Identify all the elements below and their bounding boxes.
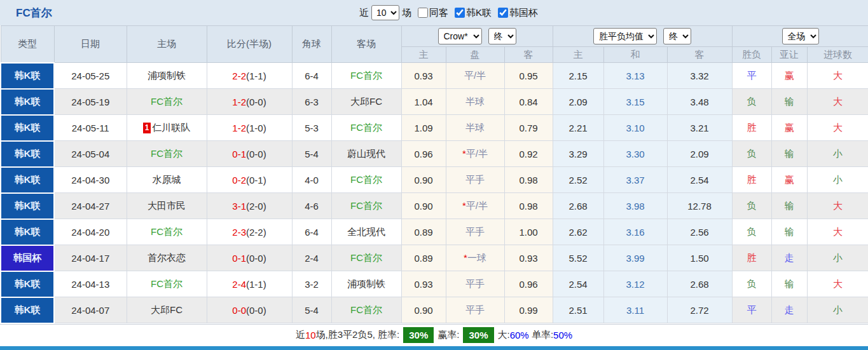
cell-euro-away-odds: 1.50 xyxy=(667,245,732,271)
cell-asian-home-odds: 1.04 xyxy=(401,89,446,115)
cell-result-handicap: 输 xyxy=(771,271,807,297)
cell-result-overunder: 小 xyxy=(807,167,868,193)
cell-handicap: 半球 xyxy=(446,89,504,115)
near-label: 近 xyxy=(359,7,369,19)
full-time-score: 0-0 xyxy=(232,305,246,316)
cell-euro-home-odds: 2.21 xyxy=(553,115,603,141)
cell-date: 24-04-07 xyxy=(54,297,127,323)
cell-euro-draw-odds: 3.10 xyxy=(603,115,667,141)
games-label: 场 xyxy=(402,7,411,19)
same-venue-checkbox[interactable] xyxy=(418,8,428,18)
cell-away-team: FC首尔 xyxy=(331,193,401,219)
cell-euro-draw-odds: 3.16 xyxy=(603,219,667,245)
cell-result-handicap: 赢 xyxy=(771,115,807,141)
home-team-name: 浦项制铁 xyxy=(148,70,186,81)
cell-match-type: 韩国杯 xyxy=(1,245,54,271)
cell-match-type: 韩K联 xyxy=(1,89,54,115)
summary-part: 60% xyxy=(510,330,529,340)
cell-euro-draw-odds: 3.12 xyxy=(603,271,667,297)
half-time-score: (0-1) xyxy=(246,175,266,185)
cell-result-wdl: 负 xyxy=(732,193,771,219)
cell-euro-away-odds: 2.68 xyxy=(667,271,732,297)
cell-result-wdl: 胜 xyxy=(732,167,771,193)
cell-handicap: 平手 xyxy=(446,271,504,297)
cell-result-overunder: 小 xyxy=(807,245,868,271)
games-count-select[interactable]: 10 xyxy=(371,5,399,20)
col-header-type: 类型 xyxy=(1,26,54,63)
full-time-score: 2-2 xyxy=(232,71,246,81)
table-row: 韩K联24-05-25浦项制铁2-2(1-1)6-4FC首尔0.93平/半0.9… xyxy=(1,63,868,89)
cell-euro-draw-odds: 3.15 xyxy=(603,89,667,115)
korea-cup-checkbox[interactable] xyxy=(498,8,508,18)
cell-result-wdl: 负 xyxy=(732,271,771,297)
scope-select[interactable]: 全场 xyxy=(782,28,819,44)
cell-result-overunder: 小 xyxy=(807,141,868,167)
cell-asian-home-odds: 0.93 xyxy=(401,271,446,297)
cell-handicap: *平/半 xyxy=(446,141,504,167)
asian-time-select[interactable]: 终 xyxy=(488,28,516,44)
cell-score: 0-1(0-0) xyxy=(207,141,292,167)
cell-corners: 6-3 xyxy=(292,89,331,115)
cell-handicap: 平手 xyxy=(446,219,504,245)
europe-time-select[interactable]: 终 xyxy=(663,28,691,44)
cell-euro-draw-odds: 3.99 xyxy=(603,245,667,271)
cell-match-type: 韩K联 xyxy=(1,193,54,219)
cell-result-wdl: 负 xyxy=(732,141,771,167)
cell-date: 24-05-19 xyxy=(54,89,127,115)
full-time-score: 2-4 xyxy=(232,279,246,290)
cell-result-handicap: 走 xyxy=(771,245,807,271)
sub-header-wdl: 胜负 xyxy=(732,47,771,63)
header-group-row: 类型 日期 主场 比分(半场) 角球 客场 Crow* 终 胜平负均值 xyxy=(1,26,868,47)
cell-corners: 5-3 xyxy=(292,115,331,141)
cell-asian-away-odds: 0.93 xyxy=(504,245,553,271)
home-team-name: FC首尔 xyxy=(151,148,183,159)
half-time-score: (1-0) xyxy=(246,123,266,133)
cell-date: 24-04-13 xyxy=(54,271,127,297)
cell-date: 24-05-04 xyxy=(54,141,127,167)
cell-asian-away-odds: 0.98 xyxy=(504,193,553,219)
cell-match-type: 韩K联 xyxy=(1,271,54,297)
same-venue-filter[interactable]: 同客 xyxy=(414,7,448,19)
summary-part: 10 xyxy=(305,330,316,340)
away-team-name: FC首尔 xyxy=(350,252,382,263)
summary-part: 单率: xyxy=(529,329,553,341)
cell-score: 0-0(0-0) xyxy=(207,297,292,323)
cell-corners: 6-4 xyxy=(292,219,331,245)
cell-handicap: *一球 xyxy=(446,245,504,271)
summary-part: 近 xyxy=(296,329,305,341)
cell-home-team: 1仁川联队 xyxy=(127,115,207,141)
cell-home-team: 首尔衣恋 xyxy=(127,245,207,271)
home-team-name: FC首尔 xyxy=(151,226,183,237)
table-row: 韩K联24-04-30水原城0-2(0-1)4-0FC首尔0.90平手0.982… xyxy=(1,167,868,193)
korea-cup-filter[interactable]: 韩国杯 xyxy=(494,7,538,19)
cell-away-team: 浦项制铁 xyxy=(331,271,401,297)
cell-euro-home-odds: 2.62 xyxy=(553,219,603,245)
cell-asian-away-odds: 0.99 xyxy=(504,297,553,323)
cell-euro-home-odds: 2.09 xyxy=(553,89,603,115)
handicap-text: 平/半 xyxy=(466,148,488,159)
cell-euro-draw-odds: 3.11 xyxy=(603,297,667,323)
cell-asian-away-odds: 0.84 xyxy=(504,89,553,115)
table-row: 韩K联24-04-20FC首尔2-3(2-2)6-4全北现代0.89平手1.00… xyxy=(1,219,868,245)
cell-date: 24-04-17 xyxy=(54,245,127,271)
handicap-text: 平手 xyxy=(465,278,485,289)
odds-company-select[interactable]: Crow* xyxy=(438,28,482,44)
cell-euro-home-odds: 2.68 xyxy=(553,193,603,219)
cell-home-team: 大邱FC xyxy=(127,297,207,323)
cell-euro-away-odds: 12.78 xyxy=(667,193,732,219)
sub-header-goals: 进球数 xyxy=(807,47,868,63)
full-time-score: 1-2 xyxy=(232,97,246,107)
k-league-filter[interactable]: 韩K联 xyxy=(451,7,492,19)
sub-header-asian-home: 主 xyxy=(401,47,446,63)
cell-score: 2-4(1-1) xyxy=(207,271,292,297)
cell-away-team: FC首尔 xyxy=(331,115,401,141)
handicap-text: 一球 xyxy=(467,252,486,263)
cell-euro-home-odds: 2.54 xyxy=(553,271,603,297)
cell-home-team: 水原城 xyxy=(127,167,207,193)
away-team-name: FC首尔 xyxy=(350,304,382,315)
k-league-checkbox[interactable] xyxy=(455,8,465,18)
europe-odds-select[interactable]: 胜平负均值 xyxy=(593,28,657,44)
away-team-name: FC首尔 xyxy=(350,70,382,81)
cell-corners: 3-2 xyxy=(292,271,331,297)
cell-result-overunder: 大 xyxy=(807,271,868,297)
